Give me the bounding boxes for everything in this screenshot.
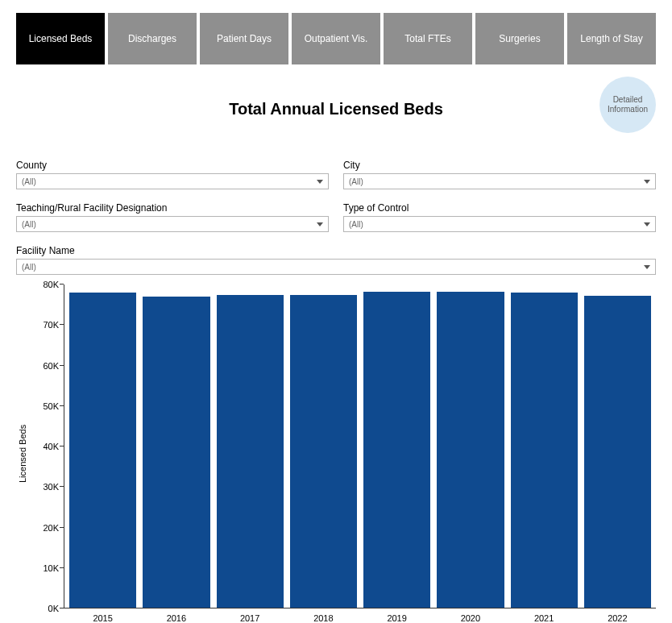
x-tick-label: 2022 bbox=[584, 613, 651, 623]
county-select[interactable]: (All) bbox=[16, 173, 329, 189]
x-tick-label: 2021 bbox=[511, 613, 578, 623]
teaching-select-value: (All) bbox=[22, 220, 36, 229]
bar[interactable] bbox=[584, 296, 651, 608]
city-select-value: (All) bbox=[349, 177, 363, 186]
bar[interactable] bbox=[217, 295, 284, 608]
x-tick-label: 2020 bbox=[437, 613, 504, 623]
teaching-select[interactable]: (All) bbox=[16, 216, 329, 232]
facility-select[interactable]: (All) bbox=[16, 259, 656, 275]
bar[interactable] bbox=[290, 295, 357, 608]
y-axis-label: Licensed Beds bbox=[16, 285, 29, 623]
x-axis: 20152016201720182019202020212022 bbox=[64, 608, 656, 623]
tab-length-of-stay[interactable]: Length of Stay bbox=[567, 13, 656, 64]
page-title: Total Annual Licensed Beds bbox=[229, 100, 443, 118]
x-tick-label: 2019 bbox=[363, 613, 430, 623]
y-tick-label: 70K bbox=[43, 320, 59, 330]
facility-select-value: (All) bbox=[22, 263, 36, 272]
bar[interactable] bbox=[363, 292, 430, 608]
y-tick-label: 30K bbox=[43, 482, 59, 492]
bar-slot bbox=[363, 285, 430, 608]
tab-total-ftes[interactable]: Total FTEs bbox=[384, 13, 472, 64]
bar-slot bbox=[69, 285, 136, 608]
bar-slot bbox=[217, 285, 284, 608]
bar[interactable] bbox=[69, 293, 136, 608]
filter-facility: Facility Name (All) bbox=[16, 245, 656, 275]
x-tick-label: 2016 bbox=[143, 613, 209, 623]
filter-label-control: Type of Control bbox=[343, 202, 656, 214]
y-tick-label: 10K bbox=[43, 563, 59, 573]
bar-slot bbox=[437, 285, 504, 608]
filter-control: Type of Control (All) bbox=[343, 202, 656, 232]
bar-slot bbox=[584, 285, 651, 608]
chevron-down-icon bbox=[644, 180, 650, 184]
county-select-value: (All) bbox=[22, 177, 36, 186]
tab-patient-days[interactable]: Patient Days bbox=[200, 13, 288, 64]
filter-label-city: City bbox=[343, 160, 656, 171]
y-tick-label: 50K bbox=[43, 401, 59, 411]
tab-licensed-beds[interactable]: Licensed Beds bbox=[16, 13, 105, 64]
chart-inner: 0K10K20K30K40K50K60K70K80K 2015201620172… bbox=[29, 285, 656, 623]
y-axis: 0K10K20K30K40K50K60K70K80K bbox=[29, 285, 64, 608]
chevron-down-icon bbox=[644, 265, 650, 269]
chevron-down-icon bbox=[317, 180, 323, 184]
x-tick-label: 2018 bbox=[290, 613, 357, 623]
y-tick-label: 0K bbox=[48, 604, 59, 613]
filter-label-facility: Facility Name bbox=[16, 245, 656, 256]
chevron-down-icon bbox=[644, 222, 650, 226]
bar[interactable] bbox=[511, 293, 578, 608]
y-tick-label: 20K bbox=[43, 523, 59, 533]
chevron-down-icon bbox=[317, 222, 323, 226]
bar[interactable] bbox=[437, 292, 504, 608]
bar[interactable] bbox=[143, 297, 209, 608]
city-select[interactable]: (All) bbox=[343, 173, 656, 189]
control-select[interactable]: (All) bbox=[343, 216, 656, 232]
bar-slot bbox=[290, 285, 357, 608]
tabs-container: Licensed BedsDischargesPatient DaysOutpa… bbox=[16, 13, 656, 64]
filter-city: City (All) bbox=[343, 160, 656, 189]
y-tick-label: 80K bbox=[43, 280, 59, 289]
tab-discharges[interactable]: Discharges bbox=[108, 13, 197, 64]
detailed-information-button[interactable]: Detailed Information bbox=[599, 77, 656, 133]
tab-outpatient-vis-[interactable]: Outpatient Vis. bbox=[292, 13, 380, 64]
filter-label-teaching: Teaching/Rural Facility Designation bbox=[16, 202, 329, 214]
y-tick-label: 40K bbox=[43, 442, 59, 451]
title-row: Total Annual Licensed Beds Detailed Info… bbox=[16, 81, 656, 137]
y-tick-label: 60K bbox=[43, 361, 59, 371]
plot-area bbox=[64, 285, 656, 608]
x-tick-label: 2017 bbox=[217, 613, 284, 623]
bar-slot bbox=[511, 285, 578, 608]
chart: Licensed Beds 0K10K20K30K40K50K60K70K80K… bbox=[16, 285, 656, 623]
filter-teaching: Teaching/Rural Facility Designation (All… bbox=[16, 202, 329, 232]
bar-slot bbox=[143, 285, 209, 608]
plot-row: 0K10K20K30K40K50K60K70K80K bbox=[29, 285, 656, 608]
filter-county: County (All) bbox=[16, 160, 329, 189]
tab-surgeries[interactable]: Surgeries bbox=[475, 13, 564, 64]
filters: County (All) City (All) Teaching/Rural F… bbox=[16, 160, 656, 275]
filter-label-county: County bbox=[16, 160, 329, 171]
control-select-value: (All) bbox=[349, 220, 363, 229]
x-tick-label: 2015 bbox=[69, 613, 136, 623]
